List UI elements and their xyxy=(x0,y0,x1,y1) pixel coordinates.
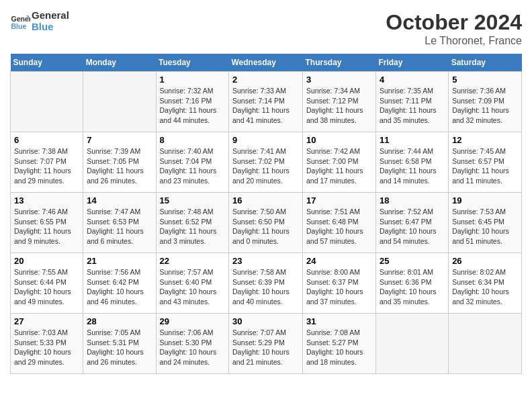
day-info: Sunrise: 7:52 AMSunset: 6:47 PMDaylight:… xyxy=(380,207,445,246)
calendar-cell: 27 Sunrise: 7:03 AMSunset: 5:33 PMDaylig… xyxy=(11,314,83,374)
day-number: 30 xyxy=(232,316,299,326)
day-info: Sunrise: 7:47 AMSunset: 6:53 PMDaylight:… xyxy=(87,207,152,246)
day-info: Sunrise: 7:32 AMSunset: 7:16 PMDaylight:… xyxy=(160,86,226,126)
day-info: Sunrise: 7:58 AMSunset: 6:39 PMDaylight:… xyxy=(232,267,299,307)
day-info: Sunrise: 7:48 AMSunset: 6:52 PMDaylight:… xyxy=(160,207,226,246)
calendar-cell xyxy=(449,314,522,374)
calendar-cell: 12 Sunrise: 7:45 AMSunset: 6:57 PMDaylig… xyxy=(449,132,522,193)
page-header: General Blue General Blue October 2024 L… xyxy=(10,10,522,47)
logo-icon: General Blue xyxy=(10,11,30,32)
calendar-cell xyxy=(11,72,83,132)
day-number: 5 xyxy=(452,75,518,85)
weekday-header: Monday xyxy=(83,54,156,72)
day-number: 9 xyxy=(232,135,299,145)
day-number: 22 xyxy=(160,256,226,266)
weekday-header: Wednesday xyxy=(229,54,303,72)
day-number: 11 xyxy=(380,135,445,145)
day-info: Sunrise: 7:57 AMSunset: 6:40 PMDaylight:… xyxy=(160,267,226,307)
day-number: 21 xyxy=(87,256,152,266)
day-number: 7 xyxy=(87,135,152,145)
day-info: Sunrise: 7:38 AMSunset: 7:07 PMDaylight:… xyxy=(14,146,79,186)
calendar-cell: 14 Sunrise: 7:47 AMSunset: 6:53 PMDaylig… xyxy=(83,193,156,253)
calendar-week-row: 27 Sunrise: 7:03 AMSunset: 5:33 PMDaylig… xyxy=(11,314,522,374)
month-title: October 2024 xyxy=(386,10,522,35)
day-info: Sunrise: 7:55 AMSunset: 6:44 PMDaylight:… xyxy=(14,267,79,307)
day-number: 14 xyxy=(87,195,152,205)
calendar-week-row: 20 Sunrise: 7:55 AMSunset: 6:44 PMDaylig… xyxy=(11,253,522,314)
calendar-cell: 11 Sunrise: 7:44 AMSunset: 6:58 PMDaylig… xyxy=(375,132,448,193)
day-info: Sunrise: 7:53 AMSunset: 6:45 PMDaylight:… xyxy=(452,207,518,246)
calendar-cell: 5 Sunrise: 7:36 AMSunset: 7:09 PMDayligh… xyxy=(449,72,522,132)
weekday-header: Friday xyxy=(375,54,448,72)
header-row: SundayMondayTuesdayWednesdayThursdayFrid… xyxy=(11,54,522,72)
day-number: 27 xyxy=(14,316,79,326)
day-number: 18 xyxy=(380,195,445,205)
logo-line2: Blue xyxy=(32,21,69,33)
location-title: Le Thoronet, France xyxy=(386,35,522,47)
day-info: Sunrise: 7:42 AMSunset: 7:00 PMDaylight:… xyxy=(306,146,372,186)
day-info: Sunrise: 8:00 AMSunset: 6:37 PMDaylight:… xyxy=(306,267,372,307)
day-info: Sunrise: 7:05 AMSunset: 5:31 PMDaylight:… xyxy=(87,328,152,367)
day-info: Sunrise: 7:34 AMSunset: 7:12 PMDaylight:… xyxy=(306,86,372,126)
calendar-table: SundayMondayTuesdayWednesdayThursdayFrid… xyxy=(10,54,522,374)
weekday-header: Sunday xyxy=(11,54,83,72)
calendar-cell: 6 Sunrise: 7:38 AMSunset: 7:07 PMDayligh… xyxy=(11,132,83,193)
calendar-cell: 19 Sunrise: 7:53 AMSunset: 6:45 PMDaylig… xyxy=(449,193,522,253)
day-number: 6 xyxy=(14,135,79,145)
day-info: Sunrise: 7:35 AMSunset: 7:11 PMDaylight:… xyxy=(380,86,445,126)
calendar-cell: 1 Sunrise: 7:32 AMSunset: 7:16 PMDayligh… xyxy=(156,72,229,132)
calendar-cell: 25 Sunrise: 8:01 AMSunset: 6:36 PMDaylig… xyxy=(375,253,448,314)
day-number: 3 xyxy=(306,75,372,85)
day-number: 20 xyxy=(14,256,79,266)
calendar-cell xyxy=(375,314,448,374)
day-number: 1 xyxy=(160,75,226,85)
day-number: 31 xyxy=(306,316,372,326)
svg-text:Blue: Blue xyxy=(11,22,27,30)
day-number: 28 xyxy=(87,316,152,326)
day-info: Sunrise: 8:01 AMSunset: 6:36 PMDaylight:… xyxy=(380,267,445,307)
day-info: Sunrise: 7:45 AMSunset: 6:57 PMDaylight:… xyxy=(452,146,518,186)
calendar-cell: 13 Sunrise: 7:46 AMSunset: 6:55 PMDaylig… xyxy=(11,193,83,253)
logo: General Blue General Blue xyxy=(10,10,69,32)
calendar-week-row: 6 Sunrise: 7:38 AMSunset: 7:07 PMDayligh… xyxy=(11,132,522,193)
day-info: Sunrise: 7:50 AMSunset: 6:50 PMDaylight:… xyxy=(232,207,299,246)
day-info: Sunrise: 7:03 AMSunset: 5:33 PMDaylight:… xyxy=(14,328,79,367)
calendar-cell: 15 Sunrise: 7:48 AMSunset: 6:52 PMDaylig… xyxy=(156,193,229,253)
day-info: Sunrise: 7:36 AMSunset: 7:09 PMDaylight:… xyxy=(452,86,518,126)
calendar-cell: 26 Sunrise: 8:02 AMSunset: 6:34 PMDaylig… xyxy=(449,253,522,314)
calendar-cell: 23 Sunrise: 7:58 AMSunset: 6:39 PMDaylig… xyxy=(229,253,303,314)
calendar-cell: 4 Sunrise: 7:35 AMSunset: 7:11 PMDayligh… xyxy=(375,72,448,132)
day-info: Sunrise: 7:41 AMSunset: 7:02 PMDaylight:… xyxy=(232,146,299,186)
day-info: Sunrise: 7:39 AMSunset: 7:05 PMDaylight:… xyxy=(87,146,152,186)
day-number: 16 xyxy=(232,195,299,205)
calendar-cell: 9 Sunrise: 7:41 AMSunset: 7:02 PMDayligh… xyxy=(229,132,303,193)
weekday-header: Saturday xyxy=(449,54,522,72)
day-number: 29 xyxy=(160,316,226,326)
weekday-header: Thursday xyxy=(302,54,375,72)
day-info: Sunrise: 7:06 AMSunset: 5:30 PMDaylight:… xyxy=(160,328,226,367)
day-info: Sunrise: 7:08 AMSunset: 5:27 PMDaylight:… xyxy=(306,328,372,367)
calendar-cell: 2 Sunrise: 7:33 AMSunset: 7:14 PMDayligh… xyxy=(229,72,303,132)
day-number: 26 xyxy=(452,256,518,266)
calendar-cell: 8 Sunrise: 7:40 AMSunset: 7:04 PMDayligh… xyxy=(156,132,229,193)
day-number: 15 xyxy=(160,195,226,205)
calendar-cell: 29 Sunrise: 7:06 AMSunset: 5:30 PMDaylig… xyxy=(156,314,229,374)
day-number: 17 xyxy=(306,195,372,205)
calendar-cell: 18 Sunrise: 7:52 AMSunset: 6:47 PMDaylig… xyxy=(375,193,448,253)
day-number: 19 xyxy=(452,195,518,205)
day-info: Sunrise: 7:07 AMSunset: 5:29 PMDaylight:… xyxy=(232,328,299,367)
calendar-cell: 30 Sunrise: 7:07 AMSunset: 5:29 PMDaylig… xyxy=(229,314,303,374)
calendar-cell: 24 Sunrise: 8:00 AMSunset: 6:37 PMDaylig… xyxy=(302,253,375,314)
day-number: 4 xyxy=(380,75,445,85)
calendar-week-row: 1 Sunrise: 7:32 AMSunset: 7:16 PMDayligh… xyxy=(11,72,522,132)
day-info: Sunrise: 8:02 AMSunset: 6:34 PMDaylight:… xyxy=(452,267,518,307)
title-block: October 2024 Le Thoronet, France xyxy=(386,10,522,47)
day-info: Sunrise: 7:51 AMSunset: 6:48 PMDaylight:… xyxy=(306,207,372,246)
day-number: 12 xyxy=(452,135,518,145)
day-info: Sunrise: 7:33 AMSunset: 7:14 PMDaylight:… xyxy=(232,86,299,126)
calendar-cell: 28 Sunrise: 7:05 AMSunset: 5:31 PMDaylig… xyxy=(83,314,156,374)
day-info: Sunrise: 7:56 AMSunset: 6:42 PMDaylight:… xyxy=(87,267,152,307)
calendar-cell: 16 Sunrise: 7:50 AMSunset: 6:50 PMDaylig… xyxy=(229,193,303,253)
day-number: 8 xyxy=(160,135,226,145)
calendar-week-row: 13 Sunrise: 7:46 AMSunset: 6:55 PMDaylig… xyxy=(11,193,522,253)
